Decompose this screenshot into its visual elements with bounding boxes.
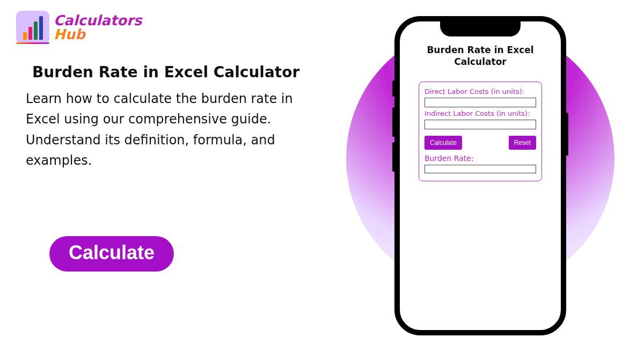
phone-reset-button[interactable]: Reset (509, 136, 536, 150)
phone-screen: Burden Rate in Excel Calculator Direct L… (400, 21, 561, 190)
phone-side-button (392, 80, 395, 97)
indirect-labor-input[interactable] (425, 120, 536, 129)
calculate-button[interactable]: Calculate (49, 236, 174, 272)
phone-app-title: Burden Rate in Excel Calculator (408, 44, 552, 68)
phone-side-button (392, 107, 395, 137)
phone-mockup: Burden Rate in Excel Calculator Direct L… (394, 16, 566, 335)
phone-calculate-button[interactable]: Calculate (425, 136, 462, 150)
logo-chart-icon (16, 11, 49, 44)
burden-rate-label: Burden Rate: (425, 154, 536, 163)
direct-labor-label: Direct Labor Costs (in units): (425, 87, 536, 96)
burden-rate-output (425, 165, 536, 173)
direct-labor-input[interactable] (425, 98, 536, 107)
brand-logo: Calculators Hub (16, 11, 142, 44)
brand-text: Calculators Hub (54, 13, 142, 41)
indirect-labor-label: Indirect Labor Costs (in units): (425, 109, 536, 118)
page-description: Learn how to calculate the burden rate i… (26, 89, 310, 171)
calculator-card: Direct Labor Costs (in units): Indirect … (419, 82, 542, 181)
phone-side-button (566, 113, 568, 156)
brand-line2: Hub (54, 27, 142, 41)
brand-line1: Calculators (54, 13, 142, 27)
page-title: Burden Rate in Excel Calculator (32, 63, 299, 81)
phone-side-button (392, 142, 395, 172)
phone-notch (440, 20, 521, 36)
